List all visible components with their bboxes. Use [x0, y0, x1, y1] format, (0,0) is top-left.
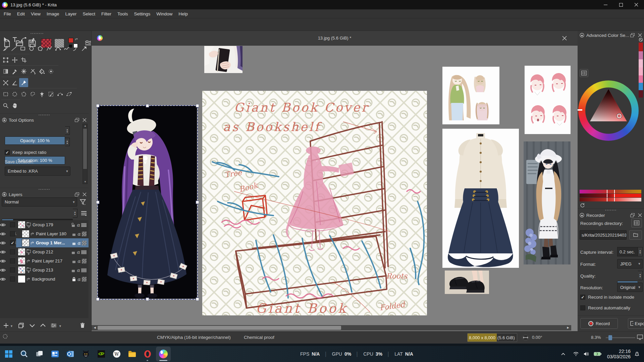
wifi-icon[interactable]: [573, 352, 579, 356]
tool-pattern-edit[interactable]: [19, 67, 28, 76]
close-document-icon[interactable]: [562, 36, 567, 41]
docker-lock-icon[interactable]: [580, 33, 584, 38]
nvidia-icon[interactable]: [97, 350, 105, 358]
canvas-angle-icon[interactable]: [522, 334, 529, 341]
color-wheel[interactable]: [578, 80, 639, 141]
float-docker-icon[interactable]: [630, 33, 635, 38]
tooloption-saturation-spin[interactable]: ▲▼: [65, 138, 70, 146]
tool-ellipse-select[interactable]: [10, 89, 19, 99]
layer-row[interactable]: ✓ L Paint Layer 180 α: [0, 229, 89, 238]
menu-edit[interactable]: Edit: [14, 11, 28, 16]
record-button[interactable]: Record: [580, 318, 618, 329]
duplicate-layer-button[interactable]: [18, 322, 24, 329]
tool-freehand-brush[interactable]: [1, 44, 10, 53]
layer-row[interactable]: ✓ Paint Layer 217 α: [0, 256, 89, 265]
docker-lock-icon[interactable]: [2, 118, 7, 122]
zoom-slider-handle[interactable]: [608, 335, 612, 340]
tool-fill[interactable]: [37, 67, 46, 76]
refresh-colors-icon[interactable]: [580, 202, 585, 208]
tool-text[interactable]: [10, 35, 19, 44]
isolate-mode-checkbox[interactable]: ✓: [580, 295, 585, 300]
color-sliders[interactable]: [580, 190, 641, 201]
layer-properties-button[interactable]: [50, 322, 57, 329]
float-docker-icon[interactable]: [630, 213, 635, 218]
tool-zoom[interactable]: [1, 101, 10, 110]
wikipedia-icon[interactable]: W: [113, 350, 121, 358]
tool-polyline[interactable]: [45, 44, 53, 53]
canvas-viewport[interactable]: Giant Book Cover as Bookshelf Tree Book …: [92, 46, 571, 325]
tool-rect-select[interactable]: [1, 89, 10, 99]
tool-similar-select[interactable]: [37, 89, 46, 99]
canvas-window-header[interactable]: 13.jpg (5.6 GiB) *: [92, 31, 578, 46]
tray-expand-icon[interactable]: [561, 352, 566, 356]
tool-rectangle[interactable]: [18, 44, 27, 53]
app-cat-icon[interactable]: [82, 350, 90, 358]
battery-icon[interactable]: [594, 351, 602, 357]
app-media-icon[interactable]: [51, 350, 59, 358]
close-button[interactable]: [629, 0, 644, 9]
tool-line[interactable]: [10, 44, 18, 53]
scroll-left-arrow[interactable]: ◀: [92, 325, 97, 330]
clock-time[interactable]: 22:16: [607, 349, 631, 354]
image-size-status[interactable]: 8,000 x 8,000 (5.6 GiB): [467, 333, 517, 342]
selection-indicator-icon[interactable]: [2, 334, 8, 339]
menu-view[interactable]: View: [28, 11, 44, 16]
hscroll-thumb[interactable]: [98, 326, 341, 330]
menu-layer[interactable]: Layer: [62, 11, 80, 16]
menu-file[interactable]: File: [1, 11, 14, 16]
tool-bezier-curve[interactable]: [54, 44, 62, 53]
close-docker-icon[interactable]: [83, 192, 87, 196]
menu-image[interactable]: Image: [44, 11, 62, 16]
start-button[interactable]: [5, 350, 13, 358]
docker-lock-icon[interactable]: [2, 192, 7, 197]
quality-spin[interactable]: ▲▼: [638, 271, 643, 280]
layer-row[interactable]: ✓ Group 213 α: [0, 265, 89, 275]
capture-interval-input[interactable]: 0.2 sec.: [617, 247, 638, 256]
maximize-button[interactable]: [613, 0, 629, 9]
capture-interval-spin[interactable]: ▲▼: [638, 247, 643, 256]
tool-reference-images[interactable]: [19, 78, 28, 87]
format-combo[interactable]: JPEG▼: [617, 259, 643, 268]
menu-help[interactable]: Help: [175, 11, 191, 16]
export-button[interactable]: Export...: [628, 318, 644, 329]
minimize-button[interactable]: [598, 0, 613, 9]
tool-measure[interactable]: [10, 78, 19, 87]
close-docker-icon[interactable]: [83, 118, 87, 122]
tool-pan[interactable]: [10, 101, 19, 110]
color-history-strip[interactable]: [639, 38, 643, 97]
krita-taskbar-active[interactable]: [156, 347, 171, 361]
canvas-hscrollbar[interactable]: ◀ ▶: [92, 325, 571, 330]
tool-bezier-select[interactable]: [55, 89, 64, 99]
move-layer-down-button[interactable]: [29, 322, 36, 329]
float-docker-icon[interactable]: [75, 192, 79, 197]
close-docker-icon[interactable]: [638, 213, 642, 217]
task-view-button[interactable]: [36, 350, 44, 358]
volume-icon[interactable]: [584, 352, 589, 356]
tool-enclose-fill[interactable]: [46, 67, 55, 76]
opera-icon[interactable]: [144, 350, 152, 358]
resolution-combo[interactable]: Original (!▼: [617, 283, 643, 292]
tool-edit-shapes[interactable]: [19, 35, 28, 44]
add-layer-button[interactable]: [3, 322, 9, 329]
menu-window[interactable]: Window: [153, 11, 175, 16]
color-profile-status[interactable]: CMYK/Alpha (16-bit integer/channel): [157, 335, 231, 340]
properties-arrow[interactable]: ▼: [59, 324, 62, 328]
tool-gradient[interactable]: [1, 67, 10, 76]
record-auto-checkbox[interactable]: ✓: [580, 305, 585, 310]
directory-input[interactable]: s/Krita/20251202194039: [580, 230, 627, 240]
tool-freehand-path[interactable]: [62, 44, 71, 53]
file-explorer-icon[interactable]: [128, 350, 136, 358]
tool-select-shapes[interactable]: [1, 35, 10, 44]
layer-filter-icon[interactable]: [79, 198, 87, 206]
tool-magnetic-select[interactable]: [64, 89, 73, 99]
tool-ellipse[interactable]: [27, 44, 36, 53]
clock-date[interactable]: 03/03/2026: [607, 354, 631, 359]
tool-multibrush[interactable]: [80, 44, 89, 53]
browse-directory-button[interactable]: [629, 230, 642, 240]
move-layer-up-button[interactable]: [39, 322, 47, 329]
tool-crop[interactable]: [19, 55, 28, 64]
tool-assistants[interactable]: [1, 78, 10, 87]
tool-polygon-select[interactable]: [19, 89, 28, 99]
outlook-icon[interactable]: [66, 350, 74, 358]
tool-transform[interactable]: [1, 55, 10, 64]
